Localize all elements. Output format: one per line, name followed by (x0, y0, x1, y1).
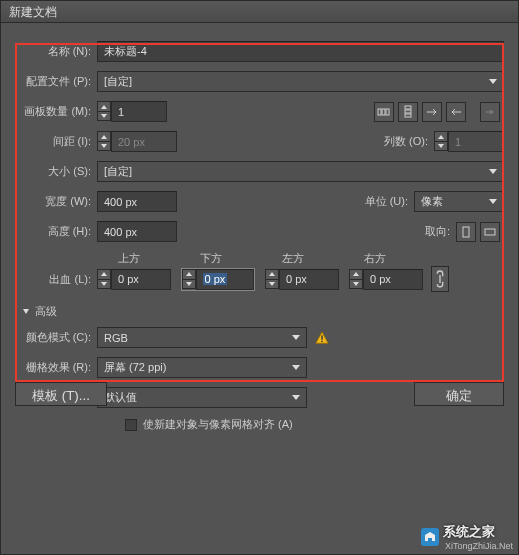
watermark: 系统之家 XiTongZhiJia.Net (421, 523, 513, 551)
templates-button[interactable]: 模板 (T)... (15, 382, 107, 406)
triangle-down-icon (23, 309, 29, 314)
svg-rect-1 (382, 109, 385, 115)
bleed-label: 出血 (L): (15, 272, 97, 287)
svg-rect-6 (463, 227, 469, 237)
chevron-down-icon (489, 169, 497, 174)
dialog-title: 新建文档 (1, 1, 518, 23)
units-value: 像素 (421, 194, 443, 209)
warning-icon (315, 331, 329, 345)
bleed-left-stepper[interactable] (265, 269, 339, 290)
columns-input (448, 131, 504, 152)
raster-label: 栅格效果 (R): (15, 360, 97, 375)
bleed-left-label: 左方 (261, 251, 325, 266)
artboards-stepper[interactable] (97, 101, 167, 122)
link-bleed-icon[interactable] (431, 266, 449, 292)
spacing-stepper (97, 131, 177, 152)
width-input[interactable] (97, 191, 177, 212)
raster-select[interactable]: 屏幕 (72 ppi) (97, 357, 307, 378)
units-label: 单位 (U): (360, 194, 414, 209)
bleed-right-input[interactable] (363, 269, 423, 290)
columns-label: 列数 (O): (380, 134, 434, 149)
artboards-label: 画板数量 (M): (15, 104, 97, 119)
size-value: [自定] (104, 164, 132, 179)
svg-rect-9 (321, 340, 322, 341)
colormode-value: RGB (104, 332, 128, 344)
arrange-grid-col-icon[interactable] (398, 102, 418, 122)
profile-label: 配置文件 (P): (15, 74, 97, 89)
orientation-label: 取向: (418, 224, 456, 239)
chevron-down-icon (292, 335, 300, 340)
orientation-landscape-icon[interactable] (480, 222, 500, 242)
bleed-right-stepper[interactable] (349, 269, 423, 290)
bleed-left-input[interactable] (279, 269, 339, 290)
svg-rect-8 (321, 335, 322, 339)
height-label: 高度 (H): (15, 224, 97, 239)
units-select[interactable]: 像素 (414, 191, 504, 212)
orientation-portrait-icon[interactable] (456, 222, 476, 242)
bleed-bottom-label: 下方 (179, 251, 243, 266)
spacing-input (111, 131, 177, 152)
arrange-grid-row-icon[interactable] (374, 102, 394, 122)
svg-rect-3 (405, 106, 411, 109)
stepper-buttons[interactable] (97, 101, 111, 122)
profile-value: [自定] (104, 74, 132, 89)
size-select[interactable]: [自定] (97, 161, 504, 182)
bleed-right-label: 右方 (343, 251, 407, 266)
bleed-top-input[interactable] (111, 269, 171, 290)
arrange-arrow-icon (480, 102, 500, 122)
width-label: 宽度 (W): (15, 194, 97, 209)
ok-button[interactable]: 确定 (414, 382, 504, 406)
bleed-top-stepper[interactable] (97, 269, 171, 290)
advanced-label: 高级 (35, 304, 57, 319)
columns-stepper (434, 131, 504, 152)
bleed-bottom-input[interactable]: 0 px (203, 273, 228, 285)
chevron-down-icon (489, 199, 497, 204)
raster-value: 屏幕 (72 ppi) (104, 360, 166, 375)
new-document-dialog: 新建文档 名称 (N): 配置文件 (P): [自定] 画板数量 (M): (0, 0, 519, 555)
arrange-row-left-icon[interactable] (446, 102, 466, 122)
align-grid-checkbox[interactable] (125, 419, 137, 431)
svg-rect-0 (378, 109, 381, 115)
advanced-toggle[interactable]: 高级 (23, 304, 504, 319)
colormode-select[interactable]: RGB (97, 327, 307, 348)
watermark-subtext: XiTongZhiJia.Net (445, 541, 513, 551)
svg-rect-5 (405, 114, 411, 117)
arrange-row-right-icon[interactable] (422, 102, 442, 122)
artboards-input[interactable] (111, 101, 167, 122)
svg-rect-2 (386, 109, 389, 115)
watermark-logo-icon (421, 528, 439, 546)
bleed-top-label: 上方 (97, 251, 161, 266)
dialog-body: 名称 (N): 配置文件 (P): [自定] 画板数量 (M): (1, 23, 518, 442)
svg-rect-4 (405, 110, 411, 113)
height-input[interactable] (97, 221, 177, 242)
svg-rect-7 (485, 229, 495, 235)
spacing-label: 间距 (I): (15, 134, 97, 149)
colormode-label: 颜色模式 (C): (15, 330, 97, 345)
bleed-bottom-stepper[interactable]: 0 px (181, 268, 255, 291)
name-input[interactable] (97, 41, 504, 62)
chevron-down-icon (292, 365, 300, 370)
name-label: 名称 (N): (15, 44, 97, 59)
watermark-text: 系统之家 (443, 523, 513, 541)
profile-select[interactable]: [自定] (97, 71, 504, 92)
size-label: 大小 (S): (15, 164, 97, 179)
align-grid-label: 使新建对象与像素网格对齐 (A) (143, 417, 293, 432)
chevron-down-icon (489, 79, 497, 84)
